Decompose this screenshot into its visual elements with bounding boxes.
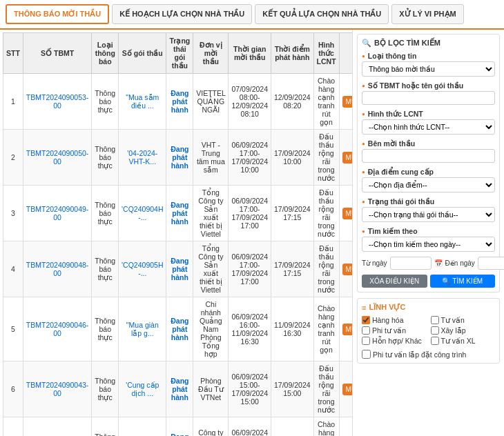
search-icon: 🔍 bbox=[442, 277, 450, 285]
action-button[interactable]: MUA HỒ SƠ THẦU bbox=[339, 241, 352, 297]
table-cell: '04-2024-VHT-K... bbox=[119, 130, 166, 186]
dia-diem-select[interactable]: --Chọn địa điểm-- bbox=[362, 177, 495, 192]
filter-title: 🔍 BỘ LỌC TÌM KIẾM bbox=[362, 39, 495, 48]
table-cell: Thông báo thực bbox=[92, 74, 119, 130]
table-cell: 7 bbox=[3, 417, 23, 437]
table-cell: Đang phát hành bbox=[166, 186, 193, 241]
den-ngay-label: Đến ngày bbox=[445, 259, 475, 267]
tab-xu-ly-vi-pham[interactable]: XỬ LÝ VI PHẠM bbox=[391, 4, 463, 24]
trang-thai-label: Trạng thái gói thầu bbox=[362, 197, 495, 206]
linh-vuc-item: Phi tư vấn bbox=[362, 326, 427, 335]
table-cell: 06/09/2024 16:00- 11/09/2024 16:30 bbox=[229, 297, 271, 361]
table-cell: Công ty An ninh mạng Viettel bbox=[193, 417, 229, 437]
linh-vuc-label: Xây lắp bbox=[441, 326, 466, 335]
table-cell: 12/09/2024 08:20 bbox=[271, 74, 314, 130]
dia-diem-label: Địa điểm cung cấp bbox=[362, 168, 495, 176]
table-row: 2TBMT2024090050-00Thông báo thực'04-2024… bbox=[3, 130, 353, 186]
linh-vuc-item: Hàng hóa bbox=[362, 316, 427, 324]
tab-thong-bao-moi-thau[interactable]: THÔNG BÁO MỜI THẦU bbox=[6, 4, 109, 24]
col-thoi-diem: Thời điểm phát hành bbox=[271, 33, 314, 74]
table-cell: 6 bbox=[3, 361, 23, 417]
tab-ke-hoach-lua-chon[interactable]: KẾ HOẠCH LỰA CHỌN NHÀ THẦU bbox=[112, 4, 252, 24]
loai-thong-tin-select[interactable]: Thông báo mời thầu bbox=[362, 61, 495, 77]
table-cell: Đang phát hành bbox=[166, 361, 193, 417]
phi-tu-van-label: Phi tư vấn lắp đặt công trình bbox=[373, 350, 466, 359]
linh-vuc-checkbox[interactable] bbox=[431, 337, 439, 345]
table-cell: 'Cung cấp dịch ... bbox=[119, 361, 166, 417]
table-cell: Đang phát hành bbox=[166, 130, 193, 186]
den-ngay-input[interactable] bbox=[478, 257, 504, 270]
linh-vuc-checkbox[interactable] bbox=[431, 316, 439, 324]
table-cell: Chi nhánh Quảng Nam Phòng Tổng hợp bbox=[193, 297, 229, 361]
col-hinh-thuc: Hình thức LCNT bbox=[313, 33, 339, 74]
table-cell: TBMT2024090049-00 bbox=[23, 186, 91, 241]
table-cell: TBMT2024090048-00 bbox=[23, 241, 91, 297]
table-cell: Đấu thầu rộng rãi trong nước bbox=[313, 186, 339, 241]
table-cell: Thông báo thực bbox=[92, 241, 119, 297]
action-button[interactable]: MUA HỒ SƠ THẦU bbox=[339, 186, 352, 241]
tu-ngay-input[interactable] bbox=[390, 257, 432, 270]
so-tbmt-input[interactable] bbox=[362, 91, 495, 105]
hinh-thuc-select[interactable]: --Chọn hình thức LCNT-- bbox=[362, 119, 495, 135]
table-section: STT SỐ TBMT Loại thông báo Số gói thầu T… bbox=[0, 30, 352, 436]
table-cell: Thông báo thực bbox=[92, 297, 119, 361]
action-button[interactable]: MUA HỒ SƠ THẦU bbox=[339, 361, 352, 417]
table-cell: Phòng Đầu Tư VTNet bbox=[193, 361, 229, 417]
mua-ho-so-thau-btn[interactable]: MUA HỒ SƠ THẦU bbox=[342, 208, 352, 219]
table-cell: TBMT2024090053-00 bbox=[23, 74, 91, 130]
linh-vuc-checkbox[interactable] bbox=[362, 337, 370, 345]
table-row: 1TBMT2024090053-00Thông báo thực"Mua sắm… bbox=[3, 74, 353, 130]
mua-ho-so-thau-btn[interactable]: MUA HỒ SƠ THẦU bbox=[342, 96, 352, 108]
table-cell: 07/09/2024 08:00- 12/09/2024 08:10 bbox=[229, 74, 271, 130]
sidebar: 🔍 BỘ LỌC TÌM KIẾM Loại thông tin Thông b… bbox=[352, 30, 504, 436]
mua-ho-so-thau-btn[interactable]: MUA HỒ SƠ THẦU bbox=[342, 152, 352, 164]
linh-vuc-checkbox[interactable] bbox=[362, 316, 370, 324]
phi-tu-van-checkbox[interactable] bbox=[362, 350, 371, 359]
filter-buttons: XÓA ĐIỀU KIỆN 🔍 TÌM KIẾM bbox=[362, 275, 495, 288]
action-button[interactable]: MUA HỒ SƠ THẦU bbox=[339, 74, 352, 130]
filter-ben-moi-thau: Bên mời thầu bbox=[362, 139, 495, 163]
linh-vuc-title: ≡ LĨNH VỰC bbox=[362, 303, 495, 312]
mua-ho-so-thau-btn[interactable]: MUA HỒ SƠ THẦU bbox=[342, 264, 352, 275]
action-button[interactable]: MUA HỒ SƠ THẦU bbox=[339, 130, 352, 186]
filter-icon: 🔍 bbox=[362, 39, 371, 48]
filter-tim-kiem-theo: Tìm kiếm theo --Chọn tìm kiếm theo ngày-… bbox=[362, 227, 495, 252]
so-tbmt-label: Số TBMT hoặc tên gói thầu bbox=[362, 81, 495, 90]
top-navigation: THÔNG BÁO MỜI THẦU KẾ HOẠCH LỰA CHỌN NHÀ… bbox=[0, 0, 504, 30]
filter-date-range: Từ ngày 📅 Đến ngày 📅 bbox=[362, 257, 495, 270]
table-cell: TBMT2024090043-00 bbox=[23, 361, 91, 417]
table-cell: Đang phát hành bbox=[166, 241, 193, 297]
table-cell: '24.24.VCS-HĐ.... bbox=[119, 417, 166, 437]
tim-kiem-theo-select[interactable]: --Chọn tìm kiếm theo ngày-- bbox=[362, 237, 495, 252]
ben-moi-thau-input[interactable] bbox=[362, 149, 495, 163]
main-content: STT SỐ TBMT Loại thông báo Số gói thầu T… bbox=[0, 30, 504, 436]
loai-thong-tin-label: Loại thông tin bbox=[362, 52, 495, 60]
search-button[interactable]: 🔍 TÌM KIẾM bbox=[430, 275, 496, 288]
table-cell: 2 bbox=[3, 130, 23, 186]
tab-ket-qua-lua-chon[interactable]: KẾT QUẢ LỰA CHỌN NHÀ THẦU bbox=[255, 4, 389, 24]
table-cell: 3 bbox=[3, 186, 23, 241]
clear-filter-button[interactable]: XÓA ĐIỀU KIỆN bbox=[362, 275, 427, 288]
linh-vuc-checkbox[interactable] bbox=[362, 326, 370, 335]
mua-ho-so-thau-btn[interactable]: MUA HỒ SƠ THẦU bbox=[342, 324, 352, 335]
table-cell: 06/09/2024 17:00- 17/09/2024 17:00 bbox=[229, 241, 271, 297]
linh-vuc-label: Phi tư vấn bbox=[372, 326, 406, 335]
table-cell: VIETTEL QUẢNG NGÃI bbox=[193, 74, 229, 130]
action-button[interactable]: MUA HỒ SƠ THẦU bbox=[339, 297, 352, 361]
linh-vuc-item: Tư vấn bbox=[431, 316, 496, 324]
table-cell: Chào hàng cạnh tranh rút gọn bbox=[313, 74, 339, 130]
mua-ho-so-thau-btn[interactable]: MUA HỒ SƠ THẦU bbox=[342, 384, 352, 395]
table-cell: 17/09/2024 10:00 bbox=[271, 130, 314, 186]
linh-vuc-label: Hỗn hợp/ Khác bbox=[372, 337, 422, 345]
trang-thai-select[interactable]: --Chọn trạng thái gói thầu-- bbox=[362, 207, 495, 222]
linh-vuc-section: ≡ LĨNH VỰC Hàng hóaTư vấnPhi tư vấnXây l… bbox=[357, 298, 500, 364]
linh-vuc-item-phi-tu-van: Phi tư vấn lắp đặt công trình bbox=[362, 350, 495, 359]
col-hanh-dong: Hành động bbox=[339, 33, 352, 74]
table-cell: Đấu thầu rộng rãi trong nước bbox=[313, 361, 339, 417]
date-row: Từ ngày 📅 Đến ngày 📅 bbox=[362, 257, 495, 270]
calendar-icon-from[interactable]: 📅 bbox=[434, 259, 443, 267]
linh-vuc-item: Tư vấn XL bbox=[431, 337, 496, 345]
table-cell: Thông báo thực bbox=[92, 361, 119, 417]
action-button[interactable]: MUA HỒ SƠ THẦU bbox=[339, 417, 352, 437]
linh-vuc-checkbox[interactable] bbox=[431, 326, 439, 335]
